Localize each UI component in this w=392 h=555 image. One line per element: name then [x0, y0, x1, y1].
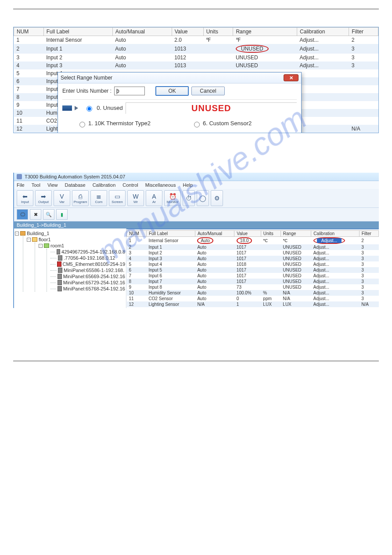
table-row[interactable]: 2Input 1Auto1013UNUSEDAdjust...3: [14, 44, 378, 54]
table-row[interactable]: 2Input 1Auto1017UNUSEDAdjust...3: [127, 244, 379, 250]
g2-calibration[interactable]: Calibration: [311, 231, 359, 237]
menu-view[interactable]: View: [47, 182, 58, 188]
g2-value[interactable]: Value: [234, 231, 261, 237]
table-row[interactable]: 3Input 2Auto1017UNUSEDAdjust...3: [127, 250, 379, 256]
col-auto-manual[interactable]: Auto/Manual: [112, 28, 172, 36]
tree-device[interactable]: MiniPanel:65586-1-192.168.: [50, 267, 125, 273]
g2-full-label[interactable]: Full Label: [146, 231, 195, 237]
radio-0-unused[interactable]: [86, 106, 92, 112]
toolbar-output[interactable]: ➡Output: [35, 190, 52, 206]
menu-file[interactable]: File: [17, 182, 25, 188]
tree-device[interactable]: .77056-40-192.168.0.12: [50, 255, 125, 261]
toolbar-monitor[interactable]: ⏰Monitor: [164, 190, 181, 206]
monitor-icon[interactable]: 🖵: [17, 209, 28, 220]
g2-range[interactable]: Range: [281, 231, 311, 237]
menu-help[interactable]: Help: [183, 182, 193, 188]
cell-num: 6: [127, 267, 147, 273]
tree-device[interactable]: 4294967295-254-192.168.0.8: [50, 249, 125, 255]
g2-units[interactable]: Units: [261, 231, 281, 237]
toolbar-com[interactable]: ≣Com: [90, 190, 107, 206]
toolbar-ar[interactable]: AAr: [146, 190, 162, 206]
tree-device[interactable]: CM5_Ethernet:80105-254-19: [50, 261, 125, 267]
expand-icon[interactable]: -: [15, 232, 19, 236]
cancel-button[interactable]: Cancel: [191, 87, 225, 95]
cell-fil: 2: [349, 36, 378, 44]
tree-floor[interactable]: - floor1: [27, 236, 125, 243]
table-row[interactable]: 1Internal SensorAuto2.0℉℉Adjust...2: [14, 36, 378, 44]
cell-cal: Adjust...: [311, 261, 359, 267]
toolbar-gear-icon[interactable]: ⚙: [211, 190, 223, 206]
table-row[interactable]: 9Input 8Auto73UNUSEDAdjust...3: [127, 284, 379, 290]
cell-units: [203, 54, 233, 62]
g2-num[interactable]: NUM: [127, 231, 147, 237]
toolbar-wr[interactable]: WWr: [127, 190, 144, 206]
radio-right-0[interactable]: [194, 122, 200, 127]
col-calibration[interactable]: Calibration: [297, 28, 349, 36]
cell-units: LUX: [261, 301, 281, 307]
table-row[interactable]: 3Input 2Auto1012UNUSEDAdjust...3: [14, 54, 378, 62]
menu-calibration[interactable]: Calibration: [93, 182, 116, 188]
col-full-label[interactable]: Full Label: [43, 28, 112, 36]
dialog-close-button[interactable]: ✕: [284, 74, 298, 81]
table-row[interactable]: 10Humidity SensorAuto100.0%%N/AAdjust...…: [127, 290, 379, 296]
tree-device[interactable]: MiniPanel:65729-254-192.16: [50, 279, 125, 286]
cell-num: 5: [127, 261, 147, 267]
col-filter[interactable]: Filter: [349, 28, 378, 36]
toolbar-stop-icon[interactable]: ◯: [197, 190, 209, 206]
g2-filter[interactable]: Filter: [359, 231, 378, 237]
cell-label: Input 6: [146, 273, 195, 279]
cell-num: 9: [14, 101, 44, 109]
table-row[interactable]: 8Input 7Auto1017UNUSEDAdjust...3: [127, 279, 379, 284]
col-value[interactable]: Value: [172, 28, 203, 36]
menu-database[interactable]: Database: [65, 182, 86, 188]
ok-button[interactable]: OK: [155, 86, 189, 96]
expand-icon[interactable]: -: [27, 238, 31, 242]
tree-device-label: MiniPanel:65586-1-192.168.: [64, 268, 124, 273]
tree-pane[interactable]: - Building_1 - floor1 - room1 4294967295…: [14, 229, 126, 308]
toolbar-screen[interactable]: ▭Screen: [109, 190, 126, 206]
disconnect-icon[interactable]: ✖: [30, 209, 41, 220]
cell-fil: [349, 69, 378, 77]
dialog-titlebar[interactable]: Select Range Number ✕: [58, 73, 301, 83]
radio-left-1[interactable]: [79, 122, 85, 127]
expand-icon[interactable]: -: [39, 244, 43, 248]
drag-handle-icon[interactable]: [62, 105, 72, 111]
tree-device[interactable]: MiniPanel:65669-254-192.16: [50, 273, 125, 279]
cell-label: Input 1: [146, 244, 195, 250]
table-row[interactable]: 11CO2 SensorAuto0ppmN/AAdjust...3: [127, 296, 379, 301]
building-icon[interactable]: ▮: [56, 209, 68, 220]
col-units[interactable]: Units: [203, 28, 233, 36]
cell-fil: 3: [349, 54, 378, 62]
search-icon[interactable]: 🔍: [43, 209, 54, 220]
table-row[interactable]: 4Input 3Auto1017UNUSEDAdjust...3: [127, 256, 379, 261]
cell-am: N/A: [195, 301, 234, 307]
tree-room[interactable]: - room1: [39, 243, 125, 249]
toolbar-clock-icon[interactable]: ⏱: [183, 190, 195, 206]
menu-miscellaneous[interactable]: Miscellaneous: [145, 182, 176, 188]
toolbar-program[interactable]: ⎙Program: [72, 190, 89, 206]
tree-device[interactable]: MiniPanel:65768-254-192.16: [50, 286, 125, 292]
toolbar-var[interactable]: VVar: [54, 190, 70, 206]
cell-cal: Adjust...: [311, 244, 359, 250]
table-row[interactable]: 4Input 3Auto1013UNUSEDAdjust...3: [14, 62, 378, 69]
table-row[interactable]: 5Input 4Auto1018UNUSEDAdjust...3: [127, 261, 379, 267]
cell-value: 1017: [234, 250, 261, 256]
menu-tool[interactable]: Tool: [32, 182, 40, 188]
app-titlebar[interactable]: T3000 Building Automation System 2015.04…: [14, 173, 379, 181]
grid-pane: NUM Full Label Auto/Manual Value Units R…: [126, 229, 379, 308]
cell-cal: [297, 101, 349, 109]
units-number-input[interactable]: [114, 87, 145, 95]
menu-control[interactable]: Control: [122, 182, 138, 188]
toolbar-input[interactable]: ⬅Input: [17, 190, 33, 206]
col-num[interactable]: NUM: [14, 28, 44, 36]
table-row[interactable]: 12Lighting SensorN/A1LUXLUXAdjust...N/A: [127, 301, 379, 307]
tree-root[interactable]: - Building_1: [15, 230, 125, 236]
col-range[interactable]: Range: [233, 28, 297, 36]
table-row[interactable]: 7Input 6Auto1017UNUSEDAdjust...3: [127, 273, 379, 279]
menu-bar: FileToolViewDatabaseCalibrationControlMi…: [14, 181, 379, 189]
g2-auto-manual[interactable]: Auto/Manual: [195, 231, 234, 237]
cell-num: 2: [127, 244, 147, 250]
table-row[interactable]: 6Input 5Auto1017UNUSEDAdjust...3: [127, 267, 379, 273]
table-row[interactable]: 1Internal SensorAuto18.0℃℃Adjust...2: [127, 237, 379, 245]
device-icon: [58, 255, 62, 261]
